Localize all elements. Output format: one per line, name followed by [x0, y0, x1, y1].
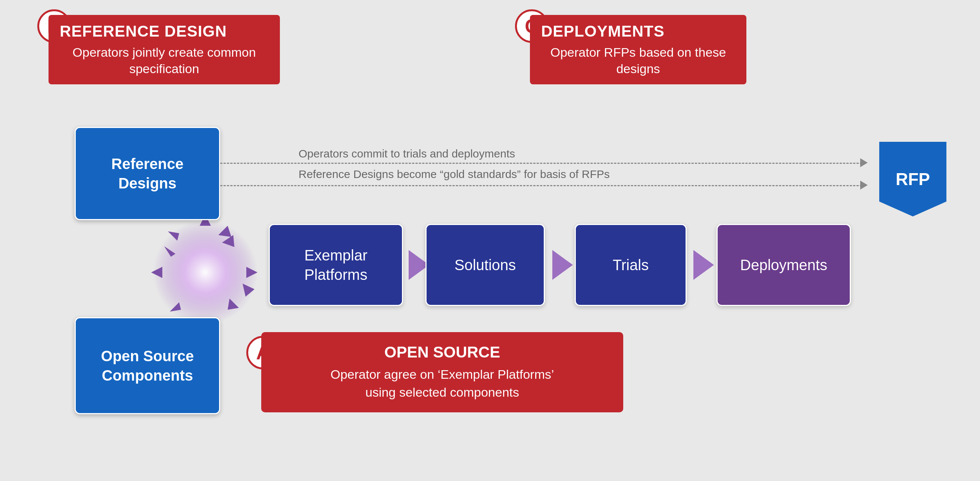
reference-designs-box: Reference Designs [75, 127, 220, 220]
rfp-label: RFP [896, 169, 930, 189]
arrow-2 [552, 250, 573, 280]
exemplar-platforms-box: Exemplar Platforms [269, 224, 403, 306]
trials-box: Trials [575, 224, 687, 306]
arrow-3 [694, 250, 714, 280]
arrow-head-2 [860, 181, 868, 190]
trials-label: Trials [613, 255, 649, 275]
deployments-title: DEPLOYMENTS [541, 22, 735, 40]
rfp-box: RFP [879, 142, 947, 217]
svg-point-0 [153, 220, 258, 325]
reference-designs-label: Reference Designs [111, 154, 183, 193]
deployments-desc: Operator RFPs based on these designs [541, 44, 735, 77]
dotted-line-1 [220, 163, 862, 164]
open-source-red-desc: Operator agree on ‘Exemplar Platforms’ u… [276, 366, 608, 401]
deployments-top-box: DEPLOYMENTS Operator RFPs based on these… [530, 15, 746, 84]
line-label-1: Operators commit to trials and deploymen… [299, 147, 515, 160]
deployments-pipeline-box: Deployments [716, 224, 851, 306]
reference-design-title: REFERENCE DESIGN [60, 22, 269, 40]
arrow-head-1 [860, 158, 868, 167]
open-source-components-label: Open Source Components [101, 346, 194, 385]
open-source-red-box: OPEN SOURCE Operator agree on ‘Exemplar … [261, 332, 623, 413]
exemplar-platforms-label: Exemplar Platforms [304, 245, 368, 284]
solutions-box: Solutions [425, 224, 545, 306]
solutions-label: Solutions [455, 255, 516, 275]
deployments-pipeline-label: Deployments [740, 255, 827, 275]
diagram-container: B REFERENCE DESIGN Operators jointly cre… [0, 0, 980, 481]
open-source-components-box: Open Source Components [75, 317, 220, 414]
line-label-2: Reference Designs become “gold standards… [299, 168, 610, 181]
reference-design-desc: Operators jointly create common specific… [60, 44, 269, 77]
open-source-red-title: OPEN SOURCE [276, 343, 608, 361]
dotted-line-2 [220, 185, 862, 186]
reference-design-box: REFERENCE DESIGN Operators jointly creat… [49, 15, 280, 84]
